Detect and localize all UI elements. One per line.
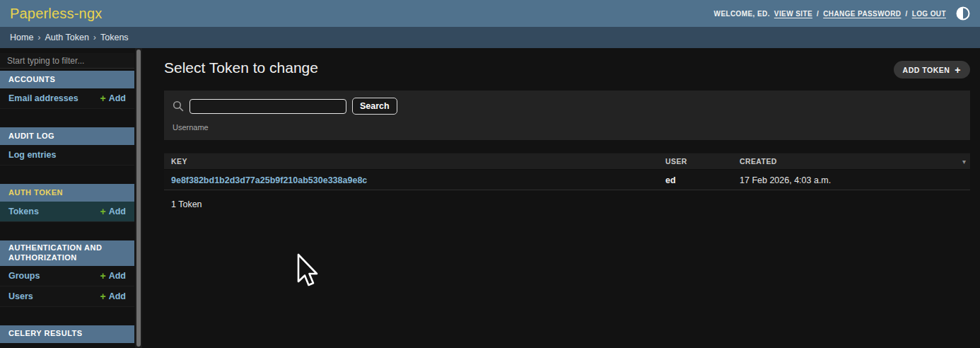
main-content: Select Token to change ADD TOKEN + Searc… — [142, 48, 980, 348]
sidebar-scrollbar[interactable] — [135, 48, 142, 348]
sidebar-item-label[interactable]: Groups — [8, 271, 40, 281]
sidebar-item-label[interactable]: Email addresses — [8, 93, 78, 103]
title-row: Select Token to change ADD TOKEN + — [164, 59, 970, 79]
search-button[interactable]: Search — [352, 98, 397, 115]
search-bar: Search — [173, 98, 962, 115]
result-count: 1 Token — [164, 199, 970, 209]
add-token-link[interactable]: + Add — [100, 207, 127, 216]
sidebar-section-audit-log: AUDIT LOG Log entries — [0, 127, 134, 166]
add-group-link[interactable]: + Add — [100, 271, 127, 281]
welcome-text: WELCOME, ED. — [714, 10, 770, 18]
user-tools: WELCOME, ED. VIEW SITE / CHANGE PASSWORD… — [714, 6, 970, 21]
column-header-user[interactable]: USER — [665, 157, 740, 166]
sidebar-nav: ACCOUNTS Email addresses + Add AUDIT LOG… — [0, 48, 134, 348]
sort-caret-icon[interactable]: ▾ — [952, 158, 970, 166]
log-out-link[interactable]: LOG OUT — [912, 10, 946, 18]
tools-separator: / — [905, 10, 907, 18]
search-icon — [173, 100, 184, 112]
add-label: Add — [109, 291, 126, 301]
sidebar-section-title-accounts[interactable]: ACCOUNTS — [0, 71, 134, 88]
brand-title[interactable]: Paperless-ngx — [10, 6, 102, 22]
breadcrumb-app[interactable]: Auth Token — [45, 33, 89, 42]
sidebar-section-title-audit-log[interactable]: AUDIT LOG — [0, 127, 134, 145]
sidebar-item-label[interactable]: Log entries — [8, 150, 56, 160]
search-module: Search Username — [164, 91, 970, 140]
sidebar-filter-input[interactable] — [0, 53, 134, 69]
change-password-link[interactable]: CHANGE PASSWORD — [823, 10, 901, 18]
sidebar-item-log-entries[interactable]: Log entries — [0, 145, 134, 166]
tools-separator: / — [817, 10, 819, 18]
token-key-link[interactable]: 9e8f382bd1b2d3d77a25b9f210ab530e338a9e8c — [171, 175, 367, 185]
column-header-created[interactable]: CREATED — [740, 157, 952, 166]
add-user-link[interactable]: + Add — [100, 291, 127, 301]
breadcrumb: Home › Auth Token › Tokens — [0, 27, 980, 48]
breadcrumb-separator: › — [37, 33, 40, 42]
breadcrumb-separator: › — [93, 33, 96, 42]
sidebar-section-title-auth-token[interactable]: AUTH TOKEN — [0, 184, 134, 202]
sidebar-section-celery-results: CELERY RESULTS — [0, 325, 134, 343]
tokens-table: KEY USER CREATED ▾ 9e8f382bd1b2d3d77a25b… — [164, 153, 970, 209]
sidebar-item-email-addresses[interactable]: Email addresses + Add — [0, 88, 134, 109]
sidebar-section-auth-token: AUTH TOKEN Tokens + Add — [0, 184, 134, 222]
view-site-link[interactable]: VIEW SITE — [774, 10, 812, 18]
sidebar-item-tokens[interactable]: Tokens + Add — [0, 202, 134, 222]
search-field-label: Username — [173, 123, 962, 132]
top-header: Paperless-ngx WELCOME, ED. VIEW SITE / C… — [0, 0, 980, 27]
theme-toggle-icon[interactable] — [956, 6, 970, 21]
search-input[interactable] — [189, 99, 346, 114]
table-header-row: KEY USER CREATED ▾ — [164, 153, 970, 170]
token-created-cell: 17 Feb 2026, 4:03 a.m. — [740, 175, 831, 185]
plus-icon: + — [100, 291, 106, 301]
sidebar-scrollbar-thumb[interactable] — [136, 50, 141, 347]
breadcrumb-current: Tokens — [100, 33, 129, 42]
column-header-key[interactable]: KEY — [164, 157, 665, 166]
sidebar-section-title-auth-authz[interactable]: AUTHENTICATION AND AUTHORIZATION — [0, 240, 134, 266]
sidebar-section-title-celery-results[interactable]: CELERY RESULTS — [0, 325, 134, 343]
token-user-cell: ed — [665, 175, 676, 185]
add-email-address-link[interactable]: + Add — [100, 93, 127, 103]
add-label: Add — [109, 271, 126, 281]
sidebar-item-groups[interactable]: Groups + Add — [0, 266, 134, 286]
sidebar-section-accounts: ACCOUNTS Email addresses + Add — [0, 71, 134, 109]
add-label: Add — [109, 93, 126, 103]
plus-icon: + — [955, 65, 961, 75]
add-label: Add — [109, 207, 126, 216]
paperless-admin-window: Paperless-ngx WELCOME, ED. VIEW SITE / C… — [0, 0, 980, 348]
add-token-button-label: ADD TOKEN — [903, 66, 950, 74]
sidebar-section-auth-authz: AUTHENTICATION AND AUTHORIZATION Groups … — [0, 240, 134, 307]
plus-icon: + — [100, 93, 106, 103]
breadcrumb-home[interactable]: Home — [10, 33, 33, 42]
sidebar-item-label[interactable]: Users — [8, 291, 33, 301]
plus-icon: + — [100, 271, 106, 281]
page-title: Select Token to change — [164, 59, 318, 76]
sidebar-item-users[interactable]: Users + Add — [0, 286, 134, 307]
plus-icon: + — [100, 207, 106, 216]
table-row: 9e8f382bd1b2d3d77a25b9f210ab530e338a9e8c… — [164, 170, 970, 190]
add-token-button[interactable]: ADD TOKEN + — [894, 61, 970, 79]
sidebar-item-label[interactable]: Tokens — [8, 207, 39, 216]
